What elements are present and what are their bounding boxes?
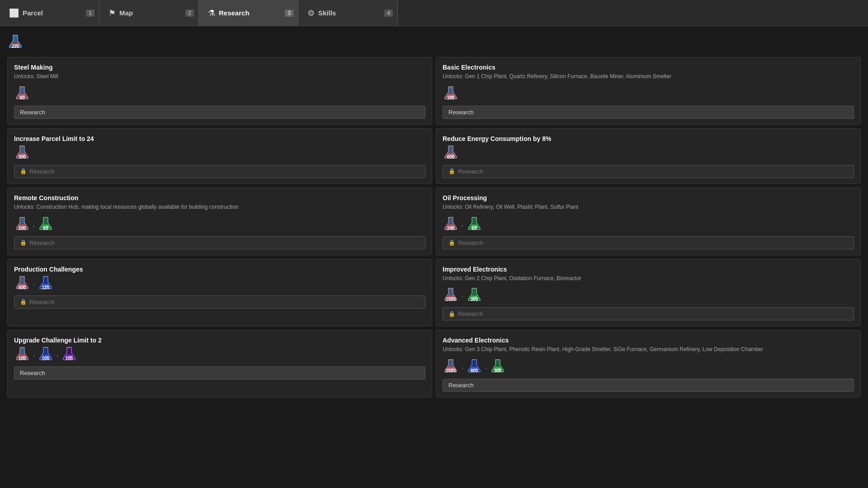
- svg-rect-38: [472, 288, 476, 289]
- tab-skills[interactable]: ⚙ Skills 4: [298, 0, 398, 26]
- svg-rect-41: [20, 347, 24, 348]
- research-button[interactable]: 🔒 Research: [14, 296, 425, 309]
- cost-separator: ,: [462, 291, 463, 298]
- tab-map[interactable]: ⚑ Map 2: [99, 0, 199, 26]
- tab-research[interactable]: ⚗ Research 3: [199, 0, 298, 26]
- cost-flask: 360: [466, 286, 482, 303]
- card-title: Upgrade Challenge Limit to 2: [14, 337, 425, 344]
- svg-rect-5: [20, 86, 24, 87]
- tab-research-num: 3: [285, 9, 293, 17]
- research-button[interactable]: Research: [443, 379, 854, 392]
- card-subtitle: Unlocks: Construction Hub, making local …: [14, 203, 425, 211]
- research-button-label: Research: [29, 168, 55, 175]
- research-button-label: Research: [20, 370, 45, 376]
- research-button-label: Research: [29, 239, 55, 246]
- parcel-icon: ⬜: [9, 8, 19, 18]
- cost-separator: ,: [57, 350, 58, 357]
- tab-map-label: Map: [119, 9, 133, 17]
- svg-rect-23: [448, 217, 453, 218]
- cost-row: 2500 , 800 , 360: [443, 358, 854, 374]
- research-card-steel-making: Steel Making Unlocks: Steel Mill 60 Rese…: [7, 57, 432, 125]
- research-icon: ⚗: [208, 8, 215, 18]
- research-card-advanced-electronics: Advanced Electronics Unlocks: Gen 3 Chip…: [436, 330, 861, 398]
- cost-flask: 100: [61, 346, 77, 362]
- research-button[interactable]: Research: [14, 366, 425, 380]
- svg-rect-35: [448, 288, 453, 289]
- cost-amount: 1500: [446, 297, 456, 302]
- research-card-oil-processing: Oil Processing Unlocks: Oil Refinery, Oi…: [436, 188, 861, 255]
- cost-flask: 600: [14, 275, 30, 291]
- cost-flask: 100: [14, 346, 30, 362]
- tab-research-label: Research: [219, 9, 250, 17]
- card-title: Remote Construction: [14, 194, 425, 202]
- skills-icon: ⚙: [307, 8, 315, 18]
- research-button[interactable]: 🔒 Research: [443, 165, 854, 178]
- cost-row: 200 , 60: [14, 216, 425, 232]
- tab-parcel-label: Parcel: [23, 9, 43, 17]
- cost-amount: 360: [494, 368, 501, 373]
- svg-rect-11: [20, 145, 24, 146]
- cost-flask: 100: [38, 346, 54, 362]
- lock-icon: 🔒: [20, 168, 27, 174]
- cost-row: 600: [443, 144, 854, 160]
- cost-amount: 100: [42, 356, 50, 361]
- main-content: 220 Steel Making Unlocks: Steel Mill 60 …: [0, 26, 868, 405]
- research-button[interactable]: 🔒 Research: [14, 236, 425, 249]
- cost-flask: 360: [490, 358, 506, 374]
- cost-amount: 200: [19, 226, 26, 231]
- research-button[interactable]: Research: [14, 106, 425, 119]
- cost-amount: 180: [447, 95, 455, 100]
- cost-row: 600 , 120: [14, 275, 425, 291]
- card-subtitle: Unlocks: Gen 1 Chip Plant, Quartz Refine…: [443, 73, 854, 80]
- cost-flask: 600: [443, 144, 459, 160]
- cost-flask: 180: [443, 85, 459, 101]
- card-subtitle: Unlocks: Oil Refinery, Oil Well, Plastic…: [443, 203, 854, 211]
- tab-skills-num: 4: [384, 9, 393, 17]
- cost-separator: ,: [33, 279, 35, 286]
- card-title: Oil Processing: [443, 194, 854, 202]
- card-title: Increase Parcel Limit to 24: [14, 135, 425, 142]
- total-science-amount: 220: [12, 44, 19, 49]
- cost-amount: 60: [19, 95, 24, 100]
- research-card-production-challenges: Production Challenges 600 , 120 🔒 Resear…: [7, 259, 432, 327]
- science-points-display: 220: [7, 33, 861, 50]
- cost-amount: 60: [43, 226, 48, 231]
- svg-rect-56: [495, 359, 500, 360]
- cost-amount: 600: [19, 285, 26, 290]
- svg-rect-26: [472, 217, 476, 218]
- cost-amount: 100: [65, 356, 73, 361]
- card-title: Improved Electronics: [443, 266, 854, 273]
- tab-parcel-num: 1: [86, 9, 94, 17]
- cost-separator: ,: [485, 362, 487, 370]
- card-title: Steel Making: [14, 64, 425, 71]
- research-card-reduce-energy: Reduce Energy Consumption by 8% 600 🔒 Re…: [436, 128, 861, 184]
- lock-icon: 🔒: [448, 311, 455, 317]
- research-grid: Steel Making Unlocks: Steel Mill 60 Rese…: [7, 57, 861, 398]
- research-card-basic-electronics: Basic Electronics Unlocks: Gen 1 Chip Pl…: [436, 57, 861, 125]
- tab-parcel[interactable]: ⬜ Parcel 1: [0, 0, 99, 26]
- svg-rect-20: [43, 217, 48, 218]
- card-subtitle: Unlocks: Gen 2 Chip Plant, Oxidation Fur…: [443, 275, 854, 282]
- research-button-label: Research: [448, 109, 474, 116]
- svg-rect-47: [67, 347, 71, 348]
- cost-separator: ,: [462, 362, 463, 370]
- cost-amount: 2500: [446, 368, 456, 373]
- research-card-increase-parcel: Increase Parcel Limit to 24 300 🔒 Resear…: [7, 128, 432, 184]
- cost-flask: 60: [14, 85, 30, 101]
- research-button-label: Research: [458, 310, 483, 317]
- cost-flask: 200: [14, 216, 30, 232]
- cost-separator: ,: [462, 220, 463, 227]
- research-button[interactable]: Research: [443, 106, 854, 119]
- cost-separator: ,: [33, 350, 35, 357]
- svg-rect-2: [13, 35, 18, 36]
- cost-flask: 800: [466, 358, 482, 374]
- svg-rect-14: [448, 145, 453, 146]
- research-button-label: Research: [448, 382, 474, 389]
- cost-row: 180: [443, 85, 854, 101]
- svg-rect-50: [448, 359, 453, 360]
- research-button[interactable]: 🔒 Research: [443, 236, 854, 249]
- research-button[interactable]: 🔒 Research: [443, 307, 854, 320]
- research-button[interactable]: 🔒 Research: [14, 165, 425, 178]
- cost-amount: 600: [447, 155, 455, 160]
- card-title: Production Challenges: [14, 266, 425, 273]
